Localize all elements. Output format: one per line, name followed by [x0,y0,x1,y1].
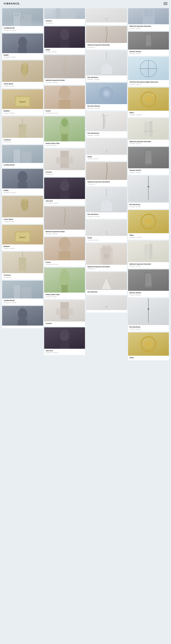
svg-point-57 [104,90,110,96]
svg-rect-82 [143,130,154,132]
card-national-aquarium-dubai-1[interactable]: National Aquarium Dubai Brutalism, Portr… [44,55,85,85]
card-dublin-1[interactable]: Dublin Brutalism, Portraits [2,34,43,60]
card-dubai-2[interactable]: Dubai Summer, Fashion [86,139,127,161]
card-dubai-1[interactable]: Dubai Summer, Fashion [44,26,85,54]
portfolio-grid: Curitiba Brasil Architecture, Interior D… [0,7,171,364]
card-simone-2[interactable]: Simone Hutsch Portraits, Summer [128,147,169,175]
svg-rect-81 [149,121,152,136]
logo: VIBRANCE. [3,2,20,5]
menu-button[interactable] [164,2,168,5]
card-annie-1[interactable]: Annie Spratt Portraits, Summer [2,60,43,88]
card-nat-aquarium-denmark-1[interactable]: National Aquarium Denmark Portraits, Sum… [128,8,169,31]
column-3: National Aquarium Denmarks Architecture … [86,8,127,360]
card-curitiba-3[interactable]: Curitiba Brasil Architecture, Interior [2,281,43,305]
card-cosmos-3[interactable]: Cosmos [44,300,85,326]
svg-rect-14 [20,125,22,127]
card-white-obj-2[interactable] [86,296,127,312]
card-creme-2[interactable]: Creme Architecture, Interior [44,237,85,267]
card-ulitsa-2[interactable]: Ulitsa Brutalism, Portraits [128,210,169,240]
card-ron-mcclennys-1[interactable]: Ron Mcclennys Brutalism, Portraits [86,112,127,138]
svg-rect-28 [21,287,31,298]
svg-rect-26 [19,258,26,271]
svg-point-98 [144,340,153,348]
card-ulitsa-1[interactable]: Ulitsa Brutalism, Portraits [128,88,169,117]
card-dubai-3[interactable]: Dubai Summer, Fashion [86,220,127,242]
svg-point-5 [18,37,27,48]
card-cosmos-2[interactable]: Cosmos Architecture [44,149,85,176]
svg-point-39 [61,118,68,127]
card-cosmoso-2[interactable]: Cosmoso Architecture [2,252,43,280]
card-snowy-1[interactable]: Snowy Swiss Alps Summer, Fashion [44,116,85,148]
svg-rect-51 [60,340,69,349]
svg-rect-3 [17,14,19,16]
svg-point-42 [60,180,69,192]
svg-rect-2 [15,14,16,16]
svg-point-35 [64,71,67,72]
svg-rect-37 [59,100,70,109]
card-ron-mcclenny-2[interactable]: Ron Mcclenny Portraits, Summer [128,298,169,332]
card-cosmoso-1[interactable]: Cosmoso Architecture [2,116,43,144]
svg-point-89 [144,217,153,226]
svg-rect-30 [18,319,27,326]
card-johndoe-1[interactable]: John Doe Architecture, Interior [44,178,85,206]
header: VIBRANCE. [0,0,171,7]
svg-point-45 [59,237,70,252]
svg-rect-32 [56,8,60,19]
card-national-denmark-2[interactable]: National Aquarium Denmarks Architecture [86,162,127,186]
svg-rect-71 [150,10,153,16]
svg-point-59 [104,115,105,129]
card-nat-denmark-4-2[interactable]: National Aquarium Denmark Portraits, Sum… [128,241,169,268]
card-ron-rights-1[interactable]: ©2D Ron Mccclenny Rights Reserved Portra… [128,57,169,86]
svg-rect-49 [56,309,73,315]
svg-point-33 [60,28,69,40]
card-annie-2[interactable]: Annie Spratt Portraits, Summer [2,196,43,224]
card-curitiba-1[interactable]: Curitiba Brasil Architecture, Interior [2,8,43,32]
svg-point-29 [18,308,27,320]
svg-text:nouri: nouri [19,236,25,238]
card-cosmos-1[interactable]: Cosmos Architecture [44,8,85,25]
card-snowy-2[interactable]: Snowy Swiss Alps Summer, Fashion [44,268,85,299]
card-blank-1[interactable] [2,306,43,328]
column-1: Curitiba Brasil Architecture, Interior D… [2,8,43,360]
card-ron-mcclenns-1[interactable]: Ron Mcclenns Brutalism, Portraits [86,50,127,82]
card-johndoe-2[interactable]: John Doe Architecture, Interior [44,327,85,355]
svg-point-50 [60,330,69,342]
svg-point-8 [23,62,26,66]
svg-rect-68 [106,306,107,308]
svg-rect-60 [101,115,108,116]
card-ron-mccclennys-1[interactable]: Ron Mccclennys Brutalism, Portraits [86,83,127,110]
svg-point-18 [18,171,27,183]
svg-rect-17 [21,152,31,163]
svg-rect-27 [14,285,20,298]
card-ron-mclenna-1[interactable]: Ron Mclenna [86,272,127,295]
card-curitiba-2[interactable]: Curitiba Brasil [2,145,43,168]
svg-rect-34 [60,40,69,48]
card-dublin-2[interactable]: Dublin Brutalism, Portraits [2,169,43,195]
svg-point-36 [59,86,70,100]
card-simone-3[interactable]: Simone Hutsch Portraits, Summer [128,270,169,297]
card-brabant-1[interactable]: nouri Brabant Summer, Fashion [2,89,43,115]
card-ron-mcclenny-1[interactable]: Ron Mcclenny Portraits, Summer [128,176,169,209]
card-creme-1[interactable]: Creme Architecture, Interior [44,86,85,115]
svg-rect-6 [18,46,27,53]
column-2: Cosmos Architecture Dubai Summer, Fashio… [44,8,85,360]
svg-rect-46 [59,252,70,260]
svg-rect-43 [60,191,69,199]
card-national-denmark-3[interactable]: National Aquarium Denmarks Architecture [86,243,127,271]
svg-point-86 [148,186,149,188]
card-national-aquarium-dubai-2[interactable]: National Aquarium Dubai Brutalism, Portr… [44,206,85,236]
card-national-denmark-1[interactable]: National Aquarium Denmarks Architecture [86,26,127,50]
card-brabant-2[interactable]: nouri Brabant Summer, Fashion [2,225,43,251]
svg-rect-80 [144,122,148,136]
card-nat-denmark-4-1[interactable]: National Aquarium Denmark Portraits, Sum… [128,118,169,146]
card-ron-mcclenna-1[interactable]: Ron Mcclenna Brutalism, Portraits [86,188,127,219]
svg-rect-53 [106,18,107,21]
svg-point-44 [64,223,67,224]
svg-rect-84 [145,151,152,164]
card-white-obj-1[interactable] [86,8,127,25]
svg-rect-58 [103,114,104,129]
svg-rect-70 [145,10,149,16]
svg-marker-67 [102,278,111,289]
card-simone-1[interactable]: Simone Hutsch Portraits, Summer [128,32,169,56]
card-ulitsa-3[interactable]: Ulitsa [128,332,169,360]
